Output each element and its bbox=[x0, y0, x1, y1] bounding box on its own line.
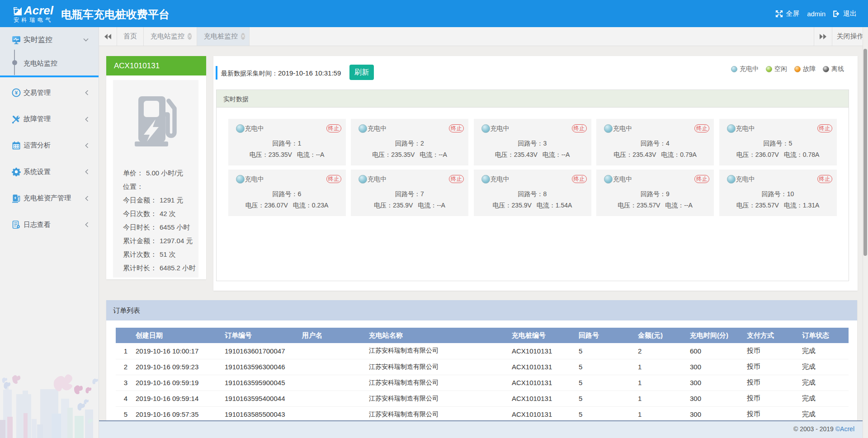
svg-text:¥: ¥ bbox=[15, 90, 18, 95]
